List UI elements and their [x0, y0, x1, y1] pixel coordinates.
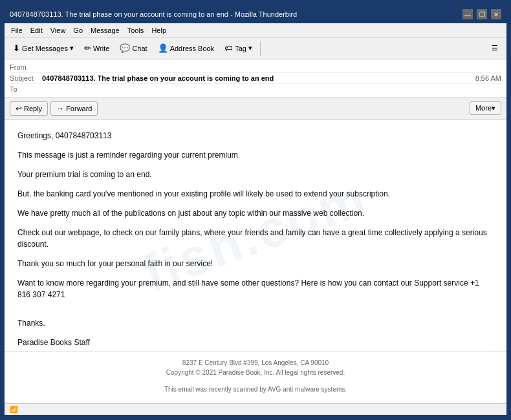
hamburger-icon: ☰	[492, 44, 498, 52]
write-icon: ✏	[84, 43, 91, 53]
get-messages-dropdown-icon: ▾	[70, 44, 74, 52]
status-icon: 📶	[10, 406, 17, 413]
chat-label: Chat	[132, 45, 147, 52]
email-body: fish.com Greetings, 0407848703113 This m…	[5, 120, 506, 351]
menu-help[interactable]: Help	[147, 25, 170, 36]
address-book-label: Address Book	[170, 45, 214, 52]
menu-bar: File Edit View Go Message Tools Help	[5, 23, 506, 37]
greeting-text: Greetings, 0407848703113	[17, 130, 494, 142]
menu-view[interactable]: View	[47, 25, 70, 36]
address-book-icon: 👤	[158, 43, 168, 53]
email-header: From Subject 0407848703113. The trial ph…	[5, 59, 506, 98]
reply-label: Reply	[24, 105, 42, 112]
window-title: 0407848703113. The trial phase on your a…	[10, 10, 297, 18]
body-line-3: We have pretty much all of the publicati…	[17, 207, 494, 219]
tag-label: Tag	[235, 45, 246, 52]
status-bar: 📶	[5, 403, 506, 415]
body-line-0: This message is just a reminder regardin…	[17, 149, 494, 161]
footer-copyright: Copyright © 2021 Paradise Book, Inc. All…	[17, 369, 494, 376]
menu-file[interactable]: File	[7, 25, 27, 36]
body-line-6: Want to know more regarding your premium…	[17, 277, 494, 300]
email-content: Greetings, 0407848703113 This message is…	[17, 130, 494, 351]
footer-scan-notice: This email was recently scanned by AVG a…	[17, 386, 494, 393]
forward-icon: →	[56, 104, 64, 113]
tag-dropdown-icon: ▾	[248, 44, 252, 52]
toolbar-separator	[260, 41, 261, 56]
get-messages-icon: ⬇	[13, 43, 20, 53]
menu-tools[interactable]: Tools	[124, 25, 148, 36]
menu-message[interactable]: Message	[87, 25, 124, 36]
body-line-2: But, the banking card you've mentioned i…	[17, 188, 494, 200]
reply-button[interactable]: ↩ Reply	[10, 101, 48, 116]
main-toolbar: ⬇ Get Messages ▾ ✏ Write 💬 Chat 👤 Addres…	[5, 37, 506, 59]
tag-button[interactable]: 🏷 Tag ▾	[220, 41, 257, 56]
action-bar: ↩ Reply → Forward More▾	[5, 98, 506, 120]
chat-button[interactable]: 💬 Chat	[115, 41, 151, 56]
footer-address: 8237 E Century Blvd #399, Los Angeles, C…	[17, 359, 494, 366]
subject-label: Subject	[10, 74, 42, 82]
subject-value: 0407848703113. The trial phase on your a…	[42, 74, 475, 82]
closing-text: Thanks,	[17, 317, 494, 329]
email-footer: 8237 E Century Blvd #399, Los Angeles, C…	[5, 351, 506, 403]
reply-icon: ↩	[16, 104, 22, 113]
more-button[interactable]: More▾	[470, 101, 501, 115]
chat-icon: 💬	[120, 43, 130, 53]
subject-row: Subject 0407848703113. The trial phase o…	[10, 73, 501, 84]
restore-button[interactable]: ❐	[477, 9, 487, 19]
close-button[interactable]: ✕	[491, 9, 501, 19]
company-text: Paradise Books Staff	[17, 337, 494, 348]
write-label: Write	[93, 45, 109, 52]
tag-icon: 🏷	[224, 43, 233, 53]
address-book-button[interactable]: 👤 Address Book	[153, 41, 219, 56]
to-label: To	[10, 85, 42, 93]
from-row: From	[10, 62, 501, 73]
body-line-1: Your premium trial is coming to an end.	[17, 169, 494, 180]
forward-label: Forward	[66, 105, 92, 112]
main-window: 0407848703113. The trial phase on your a…	[3, 4, 508, 416]
menu-go[interactable]: Go	[69, 25, 87, 36]
window-controls: — ❐ ✕	[462, 9, 501, 19]
write-button[interactable]: ✏ Write	[80, 41, 114, 56]
get-messages-button[interactable]: ⬇ Get Messages ▾	[8, 41, 78, 56]
body-line-5: Thank you so much for your personal fait…	[17, 258, 494, 269]
menu-edit[interactable]: Edit	[27, 25, 47, 36]
forward-button[interactable]: → Forward	[50, 101, 98, 116]
title-bar: 0407848703113. The trial phase on your a…	[5, 5, 506, 23]
from-label: From	[10, 63, 42, 71]
body-line-4: Check out our webpage, to check on our f…	[17, 227, 494, 250]
email-time: 8:56 AM	[475, 74, 501, 82]
get-messages-label: Get Messages	[22, 45, 68, 52]
to-row: To	[10, 84, 501, 94]
hamburger-menu-button[interactable]: ☰	[487, 41, 503, 55]
minimize-button[interactable]: —	[462, 9, 473, 19]
